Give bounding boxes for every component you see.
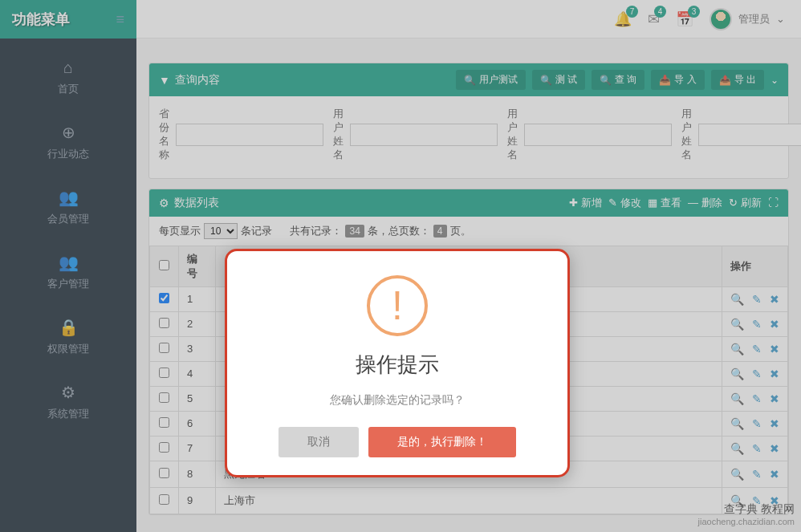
- hamburger-icon[interactable]: ≡: [116, 11, 124, 28]
- user-test-button[interactable]: 🔍用户测试: [456, 70, 526, 90]
- row-actions: 🔍 ✎ ✖: [730, 368, 779, 380]
- edit-icon[interactable]: ✎: [752, 343, 762, 355]
- table-row: 9 上海市 🔍 ✎ ✖: [150, 487, 788, 514]
- search-panel-head: ▼ 查询内容 🔍用户测试 🔍测 试 🔍查 询 📥导 入 📤导 出 ⌄: [149, 63, 788, 96]
- globe-icon: ⊕: [62, 123, 75, 142]
- total-prefix: 共有记录：: [290, 224, 342, 238]
- field-province: 省份名称: [159, 108, 323, 162]
- edit-icon[interactable]: ✎: [752, 392, 762, 405]
- users-icon: 👥: [59, 188, 79, 207]
- import-button[interactable]: 📥导 入: [651, 70, 704, 90]
- cancel-button[interactable]: 取消: [279, 427, 359, 457]
- row-actions: 🔍 ✎ ✖: [730, 293, 779, 306]
- edit-icon[interactable]: ✎: [752, 417, 762, 430]
- edit-button[interactable]: ✎修改: [608, 196, 641, 210]
- chevron-down-icon[interactable]: ⌄: [771, 75, 779, 86]
- sidebar: 功能菜单 ≡ ⌂ 首页 ⊕ 行业动态 👥 会员管理 👥 客户管理 🔒 权限管理 …: [0, 0, 136, 532]
- data-panel-title: 数据列表: [174, 196, 219, 210]
- delete-icon[interactable]: ✖: [770, 368, 779, 380]
- sidebar-item-members[interactable]: 👥 会员管理: [0, 176, 136, 241]
- edit-icon[interactable]: ✎: [752, 293, 762, 306]
- top-header: 🔔7 ✉4 📅3 管理员 ⌄: [136, 0, 801, 39]
- per-page-label: 每页显示: [159, 224, 201, 238]
- username-input[interactable]: [524, 124, 672, 146]
- refresh-button[interactable]: ↻刷新: [729, 196, 762, 210]
- delete-icon[interactable]: ✖: [770, 293, 779, 306]
- view-icon[interactable]: 🔍: [730, 442, 744, 455]
- per-page-select[interactable]: 10: [204, 223, 238, 239]
- row-checkbox[interactable]: [159, 318, 169, 328]
- select-all-header: [150, 246, 179, 286]
- view-icon[interactable]: 🔍: [730, 392, 744, 405]
- export-button[interactable]: 📤导 出: [711, 70, 764, 90]
- field-username-3: 用户姓名: [681, 108, 801, 162]
- badge: 3: [688, 6, 700, 18]
- delete-icon[interactable]: ✖: [770, 318, 779, 331]
- view-icon[interactable]: 🔍: [730, 368, 744, 380]
- edit-icon[interactable]: ✎: [752, 368, 762, 380]
- column-op: 操作: [722, 246, 788, 286]
- calendar-icon[interactable]: 📅3: [676, 10, 693, 28]
- row-num: 3: [179, 336, 216, 361]
- row-checkbox[interactable]: [159, 442, 169, 453]
- sidebar-item-industry[interactable]: ⊕ 行业动态: [0, 111, 136, 176]
- delete-icon[interactable]: ✖: [770, 392, 779, 405]
- user-menu[interactable]: 管理员 ⌄: [710, 8, 785, 30]
- sidebar-item-label: 会员管理: [47, 212, 89, 226]
- watermark: 查字典 教程网 jiaocheng.chazidian.com: [698, 502, 795, 527]
- sidebar-item-label: 系统管理: [47, 407, 89, 421]
- row-actions: 🔍 ✎ ✖: [730, 468, 779, 481]
- sidebar-item-home[interactable]: ⌂ 首页: [0, 47, 136, 111]
- row-checkbox[interactable]: [159, 468, 169, 478]
- delete-icon[interactable]: ✖: [770, 468, 779, 481]
- lock-icon: 🔒: [59, 318, 79, 337]
- row-checkbox[interactable]: [159, 494, 169, 505]
- province-input[interactable]: [176, 124, 323, 146]
- mail-icon[interactable]: ✉4: [648, 10, 660, 28]
- page-count: 4: [433, 225, 447, 238]
- username-input[interactable]: [698, 124, 801, 146]
- view-icon[interactable]: 🔍: [730, 468, 744, 481]
- view-icon[interactable]: 🔍: [730, 417, 744, 430]
- modal-buttons: 取消 是的，执行删除！: [243, 427, 551, 457]
- sidebar-item-label: 行业动态: [47, 147, 89, 161]
- users-icon: 👥: [59, 253, 79, 272]
- bell-icon[interactable]: 🔔7: [614, 10, 632, 28]
- sidebar-item-customers[interactable]: 👥 客户管理: [0, 241, 136, 306]
- delete-button[interactable]: —删除: [688, 196, 722, 210]
- test-button[interactable]: 🔍测 试: [532, 70, 585, 90]
- row-checkbox[interactable]: [159, 392, 169, 403]
- modal-title: 操作提示: [243, 351, 551, 379]
- query-button[interactable]: 🔍查 询: [592, 70, 644, 90]
- confirm-button[interactable]: 是的，执行删除！: [368, 427, 516, 457]
- row-checkbox[interactable]: [159, 343, 169, 353]
- row-checkbox[interactable]: [159, 368, 169, 378]
- edit-icon[interactable]: ✎: [752, 318, 762, 331]
- select-all-checkbox[interactable]: [159, 260, 169, 270]
- grid-icon: ▦: [648, 197, 657, 209]
- edit-icon[interactable]: ✎: [752, 468, 762, 481]
- sidebar-header: 功能菜单 ≡: [0, 0, 136, 39]
- row-checkbox[interactable]: [159, 293, 169, 303]
- row-checkbox[interactable]: [159, 417, 169, 428]
- search-icon: 🔍: [464, 75, 476, 86]
- row-num: 9: [179, 487, 216, 514]
- view-icon[interactable]: 🔍: [730, 343, 744, 355]
- delete-icon[interactable]: ✖: [770, 442, 779, 455]
- search-fields: 省份名称 用户姓名 用户姓名 用户姓名: [149, 96, 788, 178]
- view-button[interactable]: ▦查看: [648, 196, 681, 210]
- sidebar-item-system[interactable]: ⚙ 系统管理: [0, 371, 136, 436]
- sidebar-item-label: 权限管理: [47, 342, 89, 356]
- add-button[interactable]: ✚新增: [569, 196, 602, 210]
- field-username-2: 用户姓名: [507, 108, 672, 162]
- delete-icon[interactable]: ✖: [770, 417, 779, 430]
- view-icon[interactable]: 🔍: [730, 318, 744, 331]
- view-icon[interactable]: 🔍: [730, 293, 744, 306]
- edit-icon[interactable]: ✎: [752, 442, 762, 455]
- sidebar-item-permissions[interactable]: 🔒 权限管理: [0, 306, 136, 371]
- expand-icon[interactable]: ⛶: [768, 197, 779, 209]
- username-input[interactable]: [350, 124, 498, 146]
- gears-icon: ⚙: [159, 197, 169, 209]
- data-panel-head: ⚙ 数据列表 ✚新增 ✎修改 ▦查看 —删除 ↻刷新 ⛶: [149, 189, 788, 217]
- delete-icon[interactable]: ✖: [770, 343, 779, 355]
